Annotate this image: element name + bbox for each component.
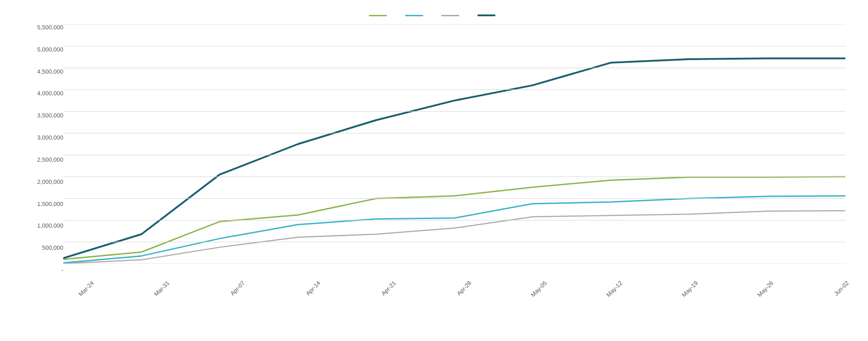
legend-line-fannie <box>369 15 387 16</box>
y-label-11: 5,500,000 <box>37 24 63 30</box>
legend-line-fhava <box>405 15 423 16</box>
y-label-3: 1,500,000 <box>37 201 63 207</box>
legend-line-total <box>477 14 495 16</box>
x-label: May-12 <box>600 280 624 304</box>
x-label: Apr-28 <box>449 280 473 304</box>
legend-item-total <box>477 14 499 16</box>
legend <box>369 14 499 16</box>
y-label-10: 5,000,000 <box>37 47 63 52</box>
y-axis: 5,500,000 5,000,000 4,500,000 4,000,000 … <box>23 24 63 286</box>
plot-area: Mar-24Mar-31Apr-07Apr-14Apr-21Apr-28May-… <box>63 24 845 286</box>
x-label: May-05 <box>524 280 548 304</box>
x-axis-labels: Mar-24Mar-31Apr-07Apr-14Apr-21Apr-28May-… <box>63 264 845 286</box>
chart-container: 5,500,000 5,000,000 4,500,000 4,000,000 … <box>0 0 868 341</box>
chart-area: 5,500,000 5,000,000 4,500,000 4,000,000 … <box>23 24 845 286</box>
x-label: Apr-07 <box>222 280 246 304</box>
y-label-1: 500,000 <box>42 245 63 251</box>
legend-item-fannie <box>369 15 391 16</box>
x-label: Mar-31 <box>147 280 171 304</box>
y-label-5: 2,500,000 <box>37 157 63 163</box>
y-label-6: 3,000,000 <box>37 135 63 140</box>
y-label-9: 4,500,000 <box>37 69 63 75</box>
x-label: Apr-21 <box>373 280 397 304</box>
legend-item-fhava <box>405 15 427 16</box>
chart-svg <box>63 24 845 264</box>
y-label-7: 3,500,000 <box>37 112 63 118</box>
x-label: Apr-14 <box>298 280 322 304</box>
y-label-4: 2,000,000 <box>37 179 63 185</box>
x-label: May-19 <box>675 280 699 304</box>
x-label: Mar-24 <box>71 280 95 304</box>
y-label-8: 4,000,000 <box>37 90 63 96</box>
x-label: Jun-02 <box>826 280 850 304</box>
legend-line-other <box>441 15 459 16</box>
y-label-2: 1,000,000 <box>37 223 63 229</box>
legend-item-other <box>441 15 463 16</box>
x-label: May-26 <box>751 280 775 304</box>
